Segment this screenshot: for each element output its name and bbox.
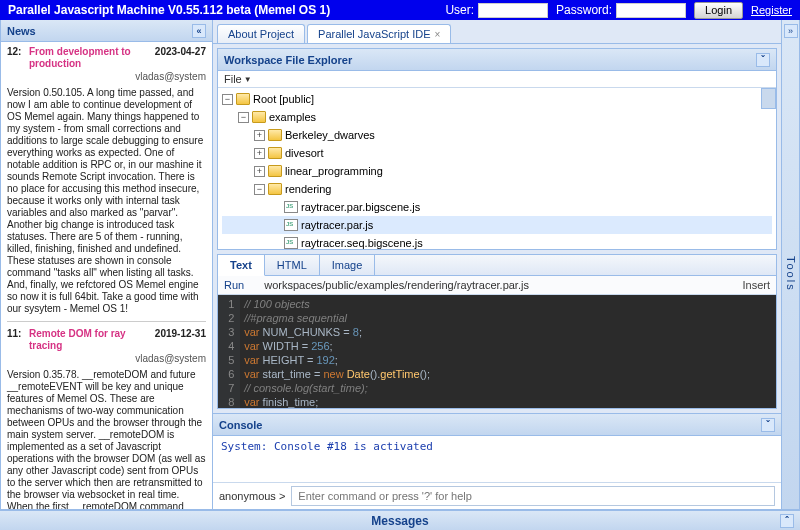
- user-label: User:: [445, 3, 474, 17]
- tree-toggle-icon[interactable]: −: [238, 112, 249, 123]
- news-panel: News « 12:From development to production…: [1, 20, 213, 509]
- messages-label: Messages: [371, 514, 428, 528]
- tree-toggle-icon[interactable]: −: [222, 94, 233, 105]
- file-icon: [284, 219, 298, 231]
- tree-folder[interactable]: −examples: [222, 108, 772, 126]
- top-bar: Parallel Javascript Machine V0.55.112 be…: [0, 0, 800, 20]
- tree-label: rendering: [285, 183, 331, 195]
- file-icon: [284, 201, 298, 213]
- tree-label: divesort: [285, 147, 324, 159]
- console-collapse-button[interactable]: ˇ: [761, 418, 775, 432]
- news-item: 12:From development to production2023-04…: [7, 46, 206, 322]
- editor-tabs: TextHTMLImage: [218, 255, 776, 276]
- user-input[interactable]: [478, 3, 548, 18]
- tree-toggle-icon[interactable]: +: [254, 148, 265, 159]
- news-body: 12:From development to production2023-04…: [1, 42, 212, 509]
- code-editor[interactable]: 1234567891011 // 100 objects //#pragma s…: [218, 295, 776, 408]
- tree-file[interactable]: raytracer.par.js: [222, 216, 772, 234]
- file-icon: [284, 237, 298, 249]
- password-label: Password:: [556, 3, 612, 17]
- console-output: System: Console #18 is activated: [213, 436, 781, 482]
- tree-folder[interactable]: +divesort: [222, 144, 772, 162]
- folder-icon: [268, 165, 282, 177]
- messages-expand-button[interactable]: ˆ: [780, 514, 794, 528]
- folder-icon: [236, 93, 250, 105]
- console-panel: Console ˇ System: Console #18 is activat…: [213, 413, 781, 509]
- folder-icon: [268, 129, 282, 141]
- news-title[interactable]: From development to production: [29, 46, 155, 70]
- file-path: workspaces/public/examples/rendering/ray…: [264, 279, 742, 291]
- news-collapse-button[interactable]: «: [192, 24, 206, 38]
- tree-toggle-icon[interactable]: +: [254, 130, 265, 141]
- tools-label: Tools: [785, 256, 797, 292]
- tree-folder[interactable]: +Berkeley_dwarves: [222, 126, 772, 144]
- tree-scrollbar[interactable]: [761, 88, 776, 109]
- password-input[interactable]: [616, 3, 686, 18]
- tree-file[interactable]: raytracer.par.bigscene.js: [222, 198, 772, 216]
- run-button[interactable]: Run: [224, 279, 244, 291]
- console-prompt-label: anonymous >: [219, 490, 285, 502]
- tree-toggle-icon[interactable]: +: [254, 166, 265, 177]
- tree-folder[interactable]: −rendering: [222, 180, 772, 198]
- login-button[interactable]: Login: [694, 2, 743, 19]
- news-item: 11:Remote DOM for ray tracing2019-12-31v…: [7, 328, 206, 509]
- tab-about-project[interactable]: About Project: [217, 24, 305, 43]
- tree-label: raytracer.par.js: [301, 219, 373, 231]
- tree-toggle-icon[interactable]: −: [254, 184, 265, 195]
- explorer-collapse-button[interactable]: ˇ: [756, 53, 770, 67]
- news-title[interactable]: Remote DOM for ray tracing: [29, 328, 155, 352]
- tree-label: Berkeley_dwarves: [285, 129, 375, 141]
- tree-file[interactable]: raytracer.seq.bigscene.js: [222, 234, 772, 249]
- file-explorer-panel: Workspace File Explorer ˇ File ▼ −Root […: [217, 48, 777, 250]
- close-icon[interactable]: ×: [435, 29, 441, 40]
- center-tabs: About ProjectParallel JavaScript IDE×: [213, 20, 781, 44]
- tree-folder[interactable]: −Root [public]: [222, 90, 772, 108]
- news-header: News: [7, 25, 36, 37]
- tools-panel-collapsed[interactable]: » Tools: [781, 20, 799, 509]
- editor-tab-image[interactable]: Image: [320, 255, 376, 275]
- editor-tab-html[interactable]: HTML: [265, 255, 320, 275]
- tree-label: raytracer.seq.bigscene.js: [301, 237, 423, 249]
- tree-label: examples: [269, 111, 316, 123]
- register-link[interactable]: Register: [751, 4, 792, 16]
- tools-expand-button[interactable]: »: [784, 24, 798, 38]
- console-input[interactable]: [291, 486, 775, 506]
- console-header: Console: [219, 419, 262, 431]
- editor-panel: TextHTMLImage Run workspaces/public/exam…: [217, 254, 777, 409]
- folder-icon: [268, 183, 282, 195]
- file-menu[interactable]: File ▼: [218, 71, 776, 88]
- tree-label: raytracer.par.bigscene.js: [301, 201, 420, 213]
- tab-parallel-javascript-ide[interactable]: Parallel JavaScript IDE×: [307, 24, 451, 43]
- dropdown-icon: ▼: [244, 75, 252, 84]
- app-title: Parallel Javascript Machine V0.55.112 be…: [8, 3, 330, 17]
- tree-label: linear_programming: [285, 165, 383, 177]
- messages-bar[interactable]: Messages ˆ: [0, 510, 800, 530]
- tree-folder[interactable]: +linear_programming: [222, 162, 772, 180]
- tree-label: Root [public]: [253, 93, 314, 105]
- file-tree: −Root [public]−examples+Berkeley_dwarves…: [218, 88, 776, 249]
- folder-icon: [268, 147, 282, 159]
- explorer-header: Workspace File Explorer: [224, 54, 352, 66]
- editor-tab-text[interactable]: Text: [218, 255, 265, 276]
- folder-icon: [252, 111, 266, 123]
- insert-mode: Insert: [742, 279, 770, 291]
